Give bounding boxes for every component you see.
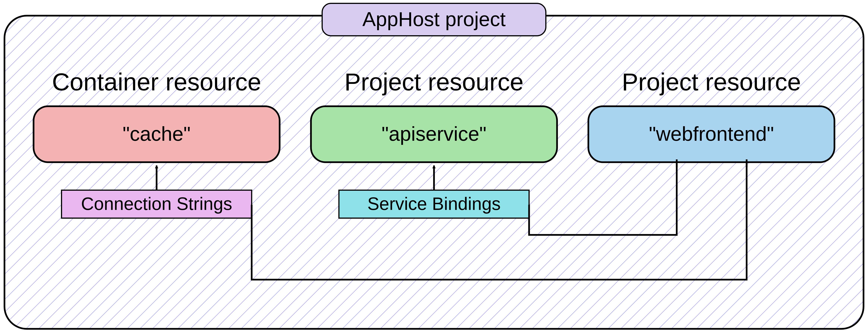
tag-service-bindings-group: Service Bindings [339, 190, 529, 218]
resource-apiservice-group: Project resource "apiservice" [311, 68, 557, 162]
tag-connection-strings-label: Connection Strings [81, 194, 232, 214]
diagram-canvas: AppHost project Container resource "cach… [0, 0, 868, 335]
resource-webfrontend-group: Project resource "webfrontend" [588, 68, 834, 162]
resource-apiservice-label: "apiservice" [382, 122, 487, 145]
resource-webfrontend-heading: Project resource [622, 68, 801, 96]
tag-connection-strings-group: Connection Strings [62, 190, 252, 218]
diagram-svg: AppHost project Container resource "cach… [0, 0, 868, 335]
resource-apiservice-heading: Project resource [344, 68, 524, 96]
resource-cache-label: "cache" [123, 122, 191, 145]
resource-cache-group: Container resource "cache" [34, 68, 280, 162]
resource-webfrontend-label: "webfrontend" [649, 122, 774, 145]
apphost-title-box: AppHost project [322, 3, 546, 36]
apphost-title-label: AppHost project [363, 8, 505, 30]
resource-cache-heading: Container resource [52, 68, 261, 96]
tag-service-bindings-label: Service Bindings [367, 194, 501, 214]
